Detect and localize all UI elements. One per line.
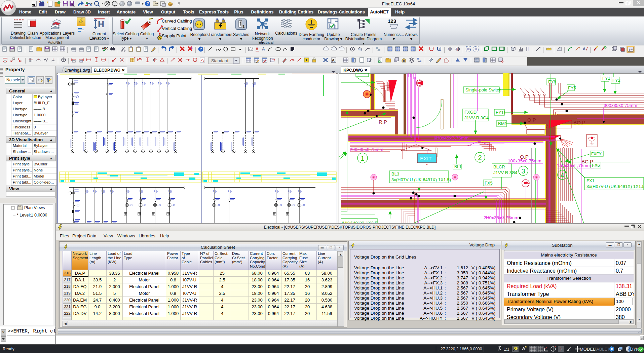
svg-text:BC.P: BC.P	[581, 159, 593, 164]
svg-text:FY5: FY5	[568, 85, 576, 90]
svg-text:4: 4	[3, 7, 5, 11]
svg-text:200x35x0,75mm: 200x35x0,75mm	[350, 147, 383, 152]
svg-text:TABLET: TABLET	[594, 347, 610, 352]
svg-text:FXGD: FXGD	[464, 110, 477, 115]
svg-text:BO.P: BO.P	[573, 120, 585, 125]
svg-text:BLCR: BLCR	[493, 164, 505, 169]
svg-text:A: A	[262, 47, 265, 51]
svg-text:123: 123	[388, 18, 396, 24]
svg-text:FX1: FX1	[586, 178, 595, 183]
svg-text:300x35x0,75mm: 300x35x0,75mm	[604, 103, 637, 108]
svg-text:A: A	[256, 47, 259, 51]
svg-text:* Level:1 0.0000: * Level:1 0.0000	[17, 213, 47, 218]
svg-text:?: ?	[147, 1, 149, 6]
svg-text:2Ꮋ0x35xᎶ,75mm: 2Ꮋ0x35xᎶ,75mm	[484, 215, 518, 220]
svg-text:BLD: BLD	[32, 4, 37, 6]
svg-text:BL3: BL3	[391, 171, 399, 176]
svg-text:A: A	[583, 47, 585, 51]
svg-text:1: 1	[242, 24, 245, 29]
svg-text:Standard: Standard	[211, 58, 228, 63]
svg-text:2: 2	[478, 154, 482, 161]
svg-text:FX5: FX5	[485, 181, 493, 186]
svg-text:1: 1	[361, 155, 364, 162]
svg-text:A: A	[332, 58, 335, 62]
svg-text:FXFY: FXFY	[591, 152, 602, 156]
svg-text:BLD: BLD	[39, 1, 44, 3]
svg-text:Single-pole Switch: Single-pole Switch	[465, 87, 501, 92]
svg-text:3x(H07V-U (UK:6491X) 1X1.5): 3x(H07V-U (UK:6491X) 1X1.5)	[586, 184, 644, 189]
svg-text:4: 4	[560, 171, 564, 179]
svg-text:FY1: FY1	[602, 76, 610, 81]
svg-text:(UK:6491X) 1X2.5): (UK:6491X) 1X2.5)	[342, 221, 379, 223]
svg-text:3: 3	[521, 167, 525, 175]
svg-text:FY2: FY2	[612, 78, 620, 83]
svg-text:J1VV-R 3G4: J1VV-R 3G4	[464, 115, 489, 120]
svg-text:9Ꮋ0x45xᎶ,75mm: 9Ꮋ0x45xᎶ,75mm	[434, 135, 468, 141]
svg-text:BL1: BL1	[454, 164, 462, 169]
svg-text:3x(H07V-U (UK:6491X) 1X1.5): 3x(H07V-U (UK:6491X) 1X1.5)	[391, 177, 451, 182]
svg-text:Plan Views: Plan Views	[24, 205, 45, 210]
svg-text:FY8: FY8	[548, 79, 556, 84]
svg-text:MODEL: MODEL	[580, 347, 595, 352]
svg-text:R.P: R.P	[379, 119, 387, 125]
svg-text:J1VV-R 3Ꮆ4: J1VV-R 3Ꮆ4	[493, 170, 517, 175]
svg-text:1:1: 1:1	[504, 347, 509, 352]
svg-text:O.P: O.P	[527, 117, 536, 123]
svg-text:H: H	[98, 19, 104, 29]
svg-text:BM1: BM1	[498, 121, 507, 126]
svg-text:EXIT: EXIT	[420, 156, 432, 161]
svg-text:FY11: FY11	[496, 110, 506, 115]
svg-text:O.P: O.P	[520, 154, 529, 160]
